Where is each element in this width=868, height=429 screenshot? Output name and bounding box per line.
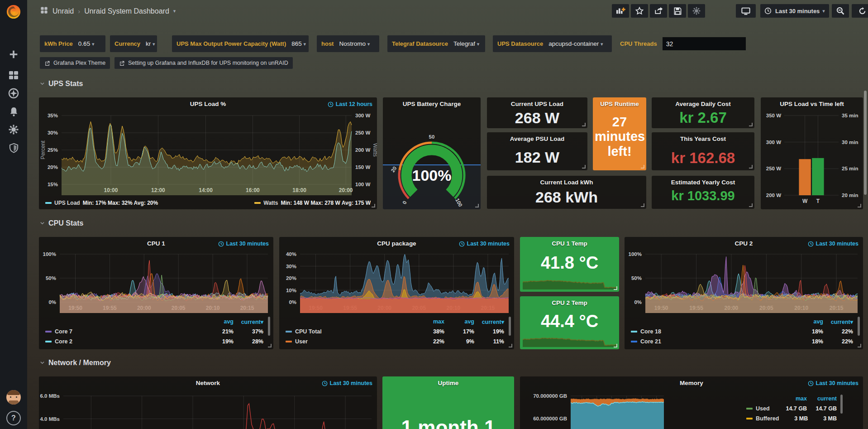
panel-title[interactable]: UPS Runtime	[593, 101, 646, 107]
legend-series-name[interactable]: Core 18	[631, 328, 793, 335]
chevron-down-icon	[40, 219, 45, 227]
svg-text:15%: 15%	[48, 182, 58, 187]
legend-series-name[interactable]: CPU Total	[286, 328, 415, 335]
create-plus-icon[interactable]	[0, 45, 27, 63]
panel-title[interactable]: CPU 2 Temp	[520, 299, 619, 306]
panel-title[interactable]: Estimated Yearly Cost	[652, 179, 754, 186]
legend-series-name[interactable]: Used	[746, 405, 777, 412]
dashboards-icon[interactable]	[0, 66, 27, 84]
panel-title[interactable]: Uptime	[382, 380, 514, 386]
dashboard-title[interactable]: Unraid System Dashboard	[84, 7, 169, 15]
grafana-logo-icon[interactable]	[0, 0, 27, 24]
save-dashboard-button[interactable]	[669, 4, 686, 18]
legend-item[interactable]: WattsMin: 148 W Max: 278 W Avg: 175 W	[254, 200, 371, 206]
legend-series-name[interactable]: Core 2	[45, 338, 204, 345]
legend-series-name[interactable]: Core 21	[631, 338, 793, 345]
panel-title[interactable]: Average Daily Cost	[652, 101, 754, 107]
server-admin-shield-icon[interactable]	[0, 139, 27, 157]
panel-title[interactable]: This Years Cost	[652, 135, 754, 142]
dashboard-link-plex-theme[interactable]: Grafana Plex Theme	[40, 57, 110, 69]
cpu1-chart[interactable]: 100%50%0%19:5019:5520:0020:0520:1020:15	[39, 250, 273, 313]
cpu-package-chart[interactable]: 40%30%20%10%0%19:5019:5520:0020:0520:102…	[279, 250, 514, 313]
explore-compass-icon[interactable]	[0, 84, 27, 102]
panel-title[interactable]: CPU 1 Temp	[520, 240, 619, 247]
tv-mode-button[interactable]	[736, 4, 756, 18]
variable-host[interactable]: host Nostromo ▾	[317, 35, 379, 52]
breadcrumb-root[interactable]: Unraid	[52, 7, 74, 15]
legend-column-header[interactable]: max	[415, 318, 444, 325]
legend-column-header[interactable]: avg	[444, 318, 474, 325]
panel-title[interactable]: Average PSU Load	[487, 135, 587, 142]
legend-series-name[interactable]: User	[286, 338, 415, 345]
legend-column-header[interactable]: current▾	[234, 318, 263, 325]
legend-column-header[interactable]: avg	[793, 318, 823, 325]
legend-column-header[interactable]: current▾	[823, 318, 853, 325]
legend-column-header[interactable]: current	[807, 395, 837, 402]
panel-time-range[interactable]: Last 12 hours	[328, 101, 372, 107]
section-ups-stats[interactable]: UPS Stats	[40, 80, 83, 88]
legend-series-name[interactable]: Buffered	[746, 415, 779, 422]
panel-time-range[interactable]: Last 30 minutes	[808, 241, 858, 247]
variable-telegraf-datasource[interactable]: Telegraf Datasource Telegraf ▾	[387, 35, 485, 52]
legend-column-header[interactable]: max	[777, 395, 807, 402]
help-icon[interactable]: ?	[6, 411, 21, 425]
legend-scrollbar[interactable]	[509, 317, 511, 336]
time-range-caret-icon: ▾	[822, 8, 825, 14]
alerting-bell-icon[interactable]	[0, 102, 27, 121]
panel-ups-load-vs-time-left: UPS Load vs Time left 350 W35 min300 W30…	[761, 97, 863, 209]
add-panel-button[interactable]	[612, 4, 629, 18]
sidebar: ?	[0, 0, 27, 429]
panel-time-range[interactable]: Last 30 minutes	[218, 241, 269, 247]
cpu2-chart[interactable]: 100%50%0%19:5019:5520:0020:0520:1020:15	[625, 250, 863, 313]
legend-scrollbar[interactable]	[858, 317, 860, 336]
apps-grid-icon[interactable]	[40, 6, 48, 16]
clock-icon	[328, 101, 334, 107]
legend-column-header[interactable]: avg	[204, 318, 234, 325]
cpu-threads-input[interactable]	[663, 37, 746, 50]
star-dashboard-button[interactable]	[631, 4, 648, 18]
svg-text:20 min: 20 min	[842, 193, 858, 198]
time-range-picker[interactable]: Last 30 minutes ▾	[760, 4, 829, 18]
zoom-out-button[interactable]	[832, 4, 849, 18]
variable-kwh-price[interactable]: kWh Price 0.65 ▾	[40, 35, 105, 52]
legend-series-name[interactable]: UPS Load	[54, 200, 80, 206]
clock-icon	[459, 241, 465, 247]
ups-load-chart[interactable]: 35%300 W30%250 W25%200 W20%150 W15%100 W…	[39, 111, 377, 195]
page-scrollbar[interactable]	[864, 91, 867, 195]
variable-ups-datasource[interactable]: UPS Datasource apcupsd-container ▾	[493, 35, 612, 52]
variable-ups-max-power[interactable]: UPS Max Output Power Capacity (Watt) 865…	[172, 35, 309, 52]
legend-value: 9%	[444, 338, 474, 345]
share-dashboard-button[interactable]	[650, 4, 667, 18]
legend-row: User22%9%11%	[286, 337, 504, 347]
legend-scrollbar[interactable]	[268, 317, 270, 336]
legend-value: 19%	[204, 338, 234, 345]
legend-column-header[interactable]: current▾	[474, 318, 504, 325]
ups-load-vs-time-chart[interactable]: 350 W35 min300 W30 min250 W25 min200 W20…	[761, 110, 863, 206]
svg-text:0%: 0%	[289, 299, 296, 305]
panel-title[interactable]: Current Load kWh	[487, 179, 646, 186]
panel-title[interactable]: UPS Load vs Time left	[761, 101, 863, 107]
panel-time-range[interactable]: Last 30 minutes	[459, 241, 510, 247]
configuration-gear-icon[interactable]	[0, 121, 27, 139]
svg-text:200 W: 200 W	[355, 147, 370, 153]
network-chart[interactable]: 6.0 MBs4.0 MBs2.0 MBs	[39, 376, 377, 429]
legend-scrollbar[interactable]	[840, 395, 843, 414]
panel-title[interactable]: Current UPS Load	[487, 101, 587, 107]
section-cpu-stats[interactable]: CPU Stats	[40, 219, 83, 227]
cpu1-legend: avgcurrent▾Core 721%37%Core 219%28%	[45, 317, 263, 347]
dashboard-title-caret-icon[interactable]: ▾	[173, 8, 176, 14]
svg-text:25%: 25%	[48, 147, 58, 153]
legend-series-name[interactable]: Core 7	[45, 328, 204, 335]
section-network-memory[interactable]: Network / Memory	[40, 359, 111, 367]
panel-cpu-package: CPU package Last 30 minutes 40%30%20%10%…	[279, 237, 514, 349]
refresh-picker[interactable]: 5s ▾	[852, 4, 868, 18]
section-title: CPU Stats	[48, 219, 83, 227]
variable-currency[interactable]: Currency kr ▾	[110, 35, 157, 52]
user-avatar[interactable]	[6, 390, 21, 405]
legend-item[interactable]: UPS LoadMin: 17% Max: 32% Avg: 20%	[45, 200, 158, 206]
legend-value: 22%	[823, 328, 853, 335]
dashboard-settings-button[interactable]	[688, 4, 705, 18]
panel-title[interactable]: UPS Load %	[39, 101, 377, 107]
legend-series-name[interactable]: Watts	[263, 200, 278, 206]
dashboard-link-ups-guide[interactable]: Setting up Grafana and InfluxDB for UPS …	[114, 57, 293, 69]
